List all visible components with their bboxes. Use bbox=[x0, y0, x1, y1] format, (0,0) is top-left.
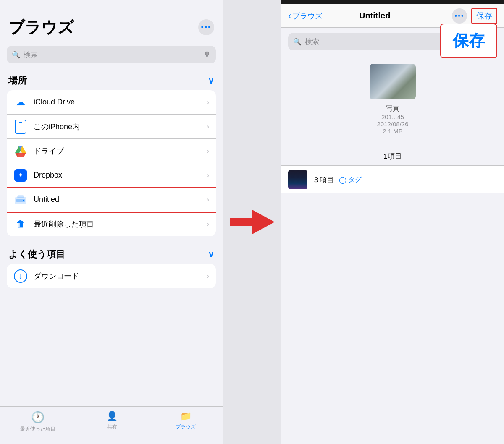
tab-browse[interactable]: 📁 ブラウズ bbox=[169, 411, 202, 431]
iphone-icon bbox=[13, 120, 28, 134]
left-header: ブラウズ ••• bbox=[0, 0, 223, 42]
chevron-right-icon: › bbox=[207, 220, 209, 228]
bottom-list-item[interactable]: ３項目 ◯ タグ bbox=[281, 165, 504, 193]
file-size: 2.1 MB bbox=[383, 128, 403, 135]
more-button-left[interactable]: ••• bbox=[198, 19, 214, 35]
favorites-list: ↓ ダウンロード › bbox=[7, 264, 216, 288]
download-icon: ↓ bbox=[13, 269, 28, 283]
tag-button[interactable]: ◯ タグ bbox=[339, 175, 362, 184]
svg-rect-8 bbox=[18, 196, 24, 198]
list-item-untitled[interactable]: Untitled › bbox=[7, 188, 216, 212]
item-label-gdrive: ドライブ bbox=[34, 146, 207, 156]
arrow-container bbox=[230, 209, 275, 235]
file-date: 2012/08/26 bbox=[377, 120, 408, 128]
bottom-item-label: ３項目 bbox=[312, 175, 334, 185]
tag-icon: ◯ bbox=[339, 176, 346, 184]
places-collapse-icon[interactable]: ∨ bbox=[208, 76, 214, 86]
chevron-right-icon: › bbox=[207, 172, 209, 179]
search-icon-right: 🔍 bbox=[293, 38, 302, 46]
tab-recent[interactable]: 🕐 最近使った項目 bbox=[20, 411, 55, 433]
file-thumb-image bbox=[370, 64, 416, 99]
places-section-header: 場所 ∨ bbox=[0, 70, 223, 90]
back-chevron-icon: ‹ bbox=[288, 10, 291, 21]
tag-label: タグ bbox=[348, 175, 362, 184]
left-panel: ブラウズ ••• 🔍 検索 🎙 場所 ∨ ☁ iCloud Drive › この… bbox=[0, 0, 223, 444]
browse-icon: 📁 bbox=[180, 411, 192, 422]
chevron-right-icon: › bbox=[207, 196, 209, 204]
more-dots-icon: ••• bbox=[455, 12, 465, 20]
places-title: 場所 bbox=[8, 74, 27, 87]
arrow-body bbox=[230, 218, 253, 226]
file-thumbnail[interactable] bbox=[370, 64, 416, 99]
recent-icon: 🕐 bbox=[31, 411, 45, 424]
svg-marker-4 bbox=[15, 153, 26, 157]
list-item-icloud[interactable]: ☁ iCloud Drive › bbox=[7, 90, 216, 115]
bottom-tabs: 🕐 最近使った項目 👤 共有 📁 ブラウズ bbox=[0, 406, 223, 444]
nav-title: Untitled bbox=[301, 11, 449, 21]
save-popup: 保存 bbox=[440, 24, 497, 58]
page-title: ブラウズ bbox=[8, 17, 74, 38]
item-label-download: ダウンロード bbox=[34, 271, 207, 281]
items-count: 1項目 bbox=[281, 151, 504, 161]
gdrive-icon bbox=[13, 144, 28, 158]
list-item-trash[interactable]: 🗑 最近削除した項目 › bbox=[7, 212, 216, 236]
right-panel: ‹ ブラウズ Untitled ••• 保存 🔍 検索 写真 201...45 … bbox=[281, 0, 504, 444]
svg-point-9 bbox=[23, 200, 24, 201]
nas-icon bbox=[13, 193, 28, 207]
chevron-right-icon: › bbox=[207, 99, 209, 106]
more-button-right[interactable]: ••• bbox=[452, 8, 467, 24]
chevron-right-icon: › bbox=[207, 272, 209, 280]
file-name-line1: 写真 bbox=[386, 104, 399, 113]
list-item-download[interactable]: ↓ ダウンロード › bbox=[7, 264, 216, 288]
arrow-section bbox=[223, 0, 281, 444]
favorites-collapse-icon[interactable]: ∨ bbox=[208, 249, 214, 259]
shared-icon: 👤 bbox=[106, 411, 118, 422]
save-popup-text: 保存 bbox=[453, 32, 485, 50]
save-button-nav[interactable]: 保存 bbox=[471, 8, 497, 24]
search-input-left: 検索 bbox=[24, 50, 200, 60]
search-icon: 🔍 bbox=[12, 51, 20, 59]
favorites-title: よく使う項目 bbox=[8, 248, 65, 261]
bottom-thumb-image bbox=[288, 170, 307, 189]
icloud-icon: ☁ bbox=[13, 95, 28, 110]
item-label-icloud: iCloud Drive bbox=[34, 98, 207, 107]
item-label-iphone: このiPhone内 bbox=[34, 122, 207, 132]
places-list: ☁ iCloud Drive › このiPhone内 › bbox=[7, 90, 216, 236]
bottom-thumbnail bbox=[288, 170, 307, 189]
item-label-trash: 最近削除した項目 bbox=[34, 219, 207, 229]
item-label-dropbox: Dropbox bbox=[34, 171, 207, 180]
search-bar-left[interactable]: 🔍 検索 🎙 bbox=[7, 46, 216, 63]
list-item-gdrive[interactable]: ドライブ › bbox=[7, 139, 216, 163]
list-item-dropbox[interactable]: ✦ Dropbox › bbox=[7, 163, 216, 188]
chevron-right-icon: › bbox=[207, 123, 209, 131]
mic-icon: 🎙 bbox=[203, 50, 211, 59]
file-name-line2: 201...45 bbox=[381, 113, 404, 120]
status-bar bbox=[281, 0, 504, 4]
tab-shared-label: 共有 bbox=[107, 423, 117, 431]
more-icon: ••• bbox=[201, 23, 212, 32]
dropbox-icon: ✦ bbox=[13, 168, 28, 183]
tab-recent-label: 最近使った項目 bbox=[20, 426, 55, 433]
chevron-right-icon: › bbox=[207, 147, 209, 155]
arrow-head bbox=[252, 209, 275, 235]
item-label-untitled: Untitled bbox=[34, 195, 207, 204]
nav-right-buttons: ••• 保存 bbox=[452, 8, 497, 24]
file-area: 写真 201...45 2012/08/26 2.1 MB bbox=[281, 55, 504, 143]
tab-browse-label: ブラウズ bbox=[176, 423, 196, 431]
favorites-section-header: よく使う項目 ∨ bbox=[0, 244, 223, 264]
trash-icon: 🗑 bbox=[13, 217, 28, 231]
tab-shared[interactable]: 👤 共有 bbox=[95, 411, 129, 431]
list-item-iphone[interactable]: このiPhone内 › bbox=[7, 115, 216, 139]
